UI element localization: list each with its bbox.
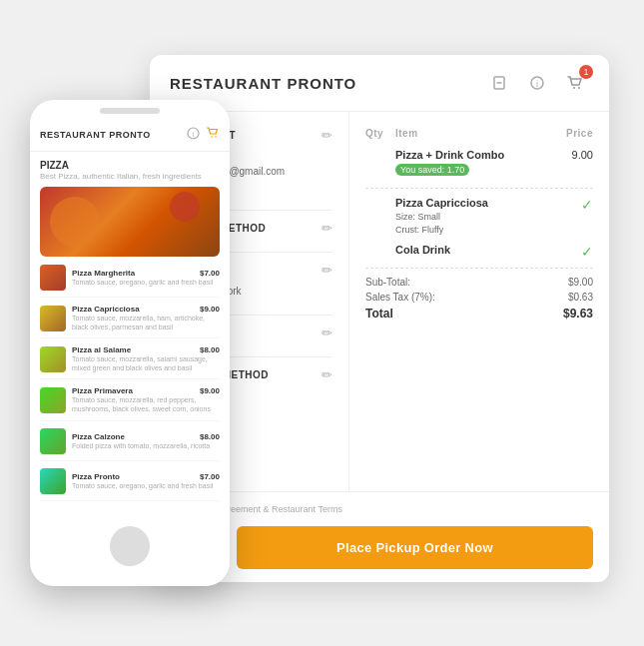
mobile-app-title: RESTAURANT PRONTO (40, 130, 151, 140)
menu-item-name-3: Pizza Primavera (72, 386, 133, 395)
menu-item-desc-5: Tomato sauce, oregano, garlic and fresh … (72, 481, 220, 490)
info-icon[interactable]: i (523, 69, 551, 97)
menu-item-desc-4: Folded pizza with tomato, mozzarella, ri… (72, 441, 220, 450)
payment-edit-button[interactable]: ✏ (322, 221, 332, 236)
pizza-name: Pizza Capricciosa (395, 197, 581, 209)
cart-badge: 1 (579, 65, 593, 79)
menu-item-name-5: Pizza Pronto (72, 472, 120, 481)
cola-qty (365, 244, 395, 260)
pizza-crust: Crust: Fluffy (395, 224, 581, 237)
menu-item-info-1: Pizza Capricciosa $9.00 Tomato sauce, mo… (72, 305, 220, 331)
mobile-pizza-image (40, 187, 220, 257)
menu-item-info-5: Pizza Pronto $7.00 Tomato sauce, oregano… (72, 472, 220, 490)
cart-icon-wrap[interactable]: 1 (561, 69, 589, 97)
menu-item-info-2: Pizza al Salame $8.00 Tomato sauce, mozz… (72, 345, 220, 372)
col-qty-header: Qty (365, 128, 395, 139)
svg-point-9 (215, 136, 217, 138)
menu-item-name-1: Pizza Capricciosa (72, 305, 140, 314)
menu-item-price-1: $9.00 (200, 305, 220, 314)
menu-item-name-4: Pizza Calzone (72, 432, 125, 441)
mobile-notch (100, 108, 160, 114)
menu-item-img-4 (40, 428, 66, 454)
savings-badge: You saved: 1.70 (395, 164, 469, 176)
order-header: Qty Item Price (365, 128, 593, 139)
total-value: $9.63 (563, 307, 593, 321)
mobile-menu-item[interactable]: Pizza Calzone $8.00 Folded pizza with to… (40, 428, 220, 461)
mobile-phone: RESTAURANT PRONTO i PIZZA Best Pizza, au… (30, 100, 230, 586)
menu-item-img-3 (40, 387, 66, 413)
mobile-info-icon[interactable]: i (187, 127, 200, 143)
tax-label: Sales Tax (7%): (365, 292, 435, 303)
svg-point-4 (573, 87, 575, 89)
pizza-deco-1 (50, 197, 100, 247)
order-item-cola: Cola Drink ✓ (365, 244, 593, 260)
combo-details: Pizza + Drink Combo You saved: 1.70 (395, 149, 543, 180)
menu-item-row-2: Pizza al Salame $8.00 (72, 345, 220, 354)
contact-edit-button[interactable]: ✏ (322, 128, 332, 143)
menu-item-desc-0: Tomato sauce, oregano, garlic and fresh … (72, 278, 220, 287)
menu-item-price-2: $8.00 (200, 345, 220, 354)
order-item-combo: Pizza + Drink Combo You saved: 1.70 9.00 (365, 149, 593, 180)
combo-qty (365, 149, 395, 180)
order-divider-1 (365, 188, 593, 189)
cola-details: Cola Drink (395, 244, 581, 260)
mobile-menu-item[interactable]: Pizza Primavera $9.00 Tomato sauce, mozz… (40, 386, 220, 420)
mobile-menu-list: Pizza Margherita $7.00 Tomato sauce, ore… (40, 265, 220, 501)
pizza-deco-2 (170, 192, 200, 222)
mobile-menu-item[interactable]: Pizza Margherita $7.00 Tomato sauce, ore… (40, 265, 220, 298)
cola-check-icon: ✓ (581, 244, 593, 260)
menu-item-name-2: Pizza al Salame (72, 345, 131, 354)
time-edit-button[interactable]: ✏ (322, 325, 332, 340)
col-item-header: Item (395, 128, 543, 139)
menu-item-name-0: Pizza Margherita (72, 269, 135, 278)
combo-price: 9.00 (543, 149, 593, 180)
mobile-menu-item[interactable]: Pizza Pronto $7.00 Tomato sauce, oregano… (40, 468, 220, 501)
svg-text:i: i (536, 79, 538, 89)
menu-item-row-4: Pizza Calzone $8.00 (72, 432, 220, 441)
menu-item-img-0 (40, 265, 66, 291)
pizza-qty (365, 197, 395, 236)
menu-item-row-3: Pizza Primavera $9.00 (72, 386, 220, 395)
header-icons: i 1 (485, 69, 589, 97)
order-divider-2 (365, 268, 593, 269)
menu-item-img-2 (40, 346, 66, 372)
app-title: RESTAURANT PRONTO (170, 75, 356, 92)
svg-point-8 (211, 136, 213, 138)
address-edit-button[interactable]: ✏ (322, 263, 332, 278)
menu-item-row-1: Pizza Capricciosa $9.00 (72, 305, 220, 314)
menu-item-desc-1: Tomato sauce, mozzarella, ham, artichoke… (72, 314, 220, 331)
terms-text: I accept the: Agreement & Restaurant Ter… (166, 504, 593, 514)
menu-item-info-4: Pizza Calzone $8.00 Folded pizza with to… (72, 432, 220, 450)
menu-item-img-1 (40, 306, 66, 331)
grand-total-row: Total $9.63 (365, 307, 593, 321)
svg-point-5 (578, 87, 580, 89)
mobile-menu-item[interactable]: Pizza Capricciosa $9.00 Tomato sauce, mo… (40, 305, 220, 338)
menu-item-info-0: Pizza Margherita $7.00 Tomato sauce, ore… (72, 269, 220, 287)
mobile-menu-item[interactable]: Pizza al Salame $8.00 Tomato sauce, mozz… (40, 345, 220, 379)
pizza-check-icon: ✓ (581, 197, 593, 236)
col-price-header: Price (543, 128, 593, 139)
menu-item-price-3: $9.00 (200, 386, 220, 395)
footer-actions: TOTAL $9.00 Place Pickup Order Now (166, 524, 593, 570)
pizza-size: Size: Small (395, 211, 581, 224)
delivery-edit-button[interactable]: ✏ (322, 367, 332, 382)
menu-item-img-5 (40, 468, 66, 494)
totals-section: Sub-Total: $9.00 Sales Tax (7%): $0.63 T… (365, 277, 593, 321)
menu-item-price-0: $7.00 (200, 269, 220, 278)
mobile-header-icons: i (187, 126, 220, 143)
menu-item-price-4: $8.00 (200, 432, 220, 441)
bookmark-icon[interactable] (485, 69, 513, 97)
mobile-home-button[interactable] (110, 526, 150, 566)
combo-name: Pizza + Drink Combo (395, 149, 543, 161)
place-order-button[interactable]: Place Pickup Order Now (237, 526, 593, 569)
subtotal-value: $9.00 (568, 277, 593, 288)
cola-name: Cola Drink (395, 244, 581, 256)
mobile-section-title: PIZZA (40, 160, 220, 171)
total-label: Total (365, 307, 393, 321)
subtotal-label: Sub-Total: (365, 277, 410, 288)
mobile-cart-icon[interactable] (206, 126, 220, 143)
menu-item-row-5: Pizza Pronto $7.00 (72, 472, 220, 481)
menu-item-row-0: Pizza Margherita $7.00 (72, 269, 220, 278)
mobile-header: RESTAURANT PRONTO i (30, 122, 230, 152)
mobile-section-sub: Best Pizza, authentic Italian, fresh ing… (40, 172, 220, 181)
